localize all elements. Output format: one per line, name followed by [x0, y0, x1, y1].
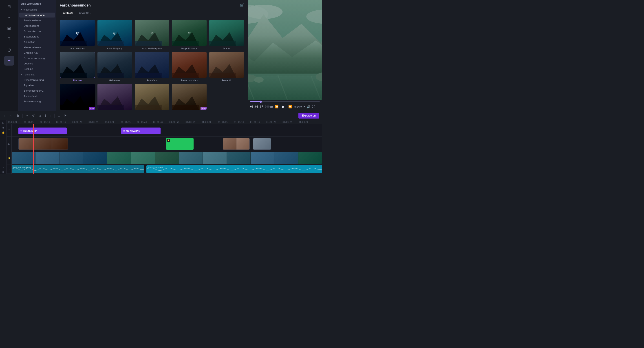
step-back-button[interactable]: ⏪ [275, 105, 278, 108]
time-current: 00:00:07 [250, 105, 263, 108]
sidebar: ⊞ ✂ ▣ T ◷ ✦ [0, 0, 18, 111]
play-button[interactable]: ▶ [280, 104, 286, 110]
section-toggle-video[interactable]: ▾ Videoschnitt [18, 7, 56, 12]
filter-geheimnis[interactable]: Geheimnis [97, 52, 132, 82]
audio-track-content: Bold_And_Young.mp3 Bright_Future.mp3 [12, 165, 322, 174]
tabs: Einfach Erweitert [60, 10, 244, 16]
svg-rect-5 [135, 41, 162, 46]
progress-bar[interactable] [250, 101, 320, 102]
playback-controls: ⏮ ⏪ ▶ ⏩ ⏭ [270, 104, 297, 110]
timeline-area: ↩ ↪ 🗑 ✂ ↺ ⊡ ℹ ≡ ⊞ ⚑ Exportieren ⊟ ◉ 🔒 ♪ … [0, 111, 322, 174]
skip-to-start-button[interactable]: ⏮ [270, 105, 273, 108]
cut-button[interactable]: ✂ [25, 113, 30, 118]
undo-button[interactable]: ↩ [3, 113, 7, 118]
tools-item-audioeffekte[interactable]: Audioeffekte [19, 94, 55, 98]
delete-button[interactable]: 🗑 [15, 113, 20, 118]
cart-icon[interactable]: 🛒 [240, 3, 244, 8]
tools-item-chroma[interactable]: Chroma-Key [19, 50, 55, 55]
redo-button[interactable]: ↪ [9, 113, 14, 118]
sidebar-icon-text[interactable]: T [4, 34, 14, 44]
upper-clip-group-3[interactable] [253, 138, 271, 150]
auto-contrast-icon: ◐ [76, 31, 79, 35]
grid-button[interactable]: ⊞ [57, 113, 61, 118]
controls-row: 00:00:07.500 ⏮ ⏪ ▶ ⏩ ⏭ 16:9 ▾ 🔊 ⛶ ⋯ [250, 104, 320, 110]
tools-item-szenenerkennung[interactable]: Szenenerkennung [19, 56, 55, 60]
timeline-ruler: 00:00:00 00:00:05 00:00:10 00:00:15 00:0… [7, 120, 322, 124]
vs-8 [179, 152, 203, 164]
section-toggle-ton[interactable]: ▾ Tonschnitt [18, 72, 56, 77]
filter-film-noir[interactable]: Film noir [60, 52, 95, 82]
vs-5 [107, 152, 131, 164]
music-icon[interactable]: ♪ [2, 165, 5, 169]
tools-item-ueberlagerung[interactable]: Überlagerung [19, 23, 55, 28]
sidebar-icon-cut[interactable]: ✂ [4, 12, 14, 22]
filter-auto-contrast[interactable]: ◐ Auto Kontrast [60, 20, 95, 50]
tools-item-farbanpassungen[interactable]: Farbanpassungen [19, 12, 55, 18]
filter-thriller[interactable]: NEW Thriller [60, 84, 95, 111]
tools-item-logotyp[interactable]: Logotyp [19, 61, 55, 66]
upper-clip-group-2[interactable] [223, 138, 250, 150]
filter-zeitreise[interactable]: NEW Zeitreise [172, 84, 207, 111]
tools-item-synchronisierung[interactable]: Synchronisierung [19, 78, 55, 82]
filter-auto-saturation[interactable]: ◎ Auto Sättigung [97, 20, 132, 50]
green-clip[interactable]: ⭐ [166, 138, 194, 150]
filter-vintage[interactable]: Vintage [134, 84, 170, 111]
fullscreen-button[interactable]: ⛶ [312, 105, 315, 108]
crop-button[interactable]: ⊡ [38, 113, 42, 118]
sidebar-icon-grid[interactable]: ⊞ [4, 2, 14, 12]
tools-item-stabilisierung[interactable]: Stabilisierung [19, 34, 55, 39]
ruler-mark-11: 00:00:55 [186, 121, 195, 123]
tools-item-hervorheben[interactable]: Hervorheben un... [19, 45, 55, 50]
settings-button[interactable]: ⋯ [317, 105, 320, 108]
filter-auto-wb[interactable]: ☀ Auto Weißabgleich [134, 20, 170, 50]
tools-item-zuschneiden[interactable]: Zuschneiden un... [19, 18, 55, 23]
filter-reise-mars[interactable]: Reise zum Mars [172, 52, 207, 82]
filter-grid: ◐ Auto Kontrast ◎ [60, 20, 244, 111]
magic-enhance-icon: ✏ [188, 31, 191, 35]
info-button[interactable]: ℹ [44, 113, 47, 118]
vs-12 [274, 152, 298, 164]
list-button[interactable]: ≡ [48, 113, 52, 118]
tools-panel: Alle Werkzeuge ▾ Videoschnitt Farbanpass… [18, 0, 56, 111]
sidebar-icon-layers[interactable]: ▣ [4, 23, 14, 33]
tools-item-schwenken[interactable]: Schwenken und ... [19, 29, 55, 34]
filter-vertraeumt[interactable]: Verträumt [97, 84, 132, 111]
filter-drama-label: Drama [223, 47, 230, 50]
skip-to-end-button[interactable]: ⏭ [294, 105, 297, 108]
svg-rect-11 [60, 73, 87, 78]
text-track-icon: T [8, 129, 10, 132]
sidebar-icon-clock[interactable]: ◷ [4, 45, 14, 55]
sidebar-icon-effects[interactable]: ✦ [4, 56, 14, 66]
adjust-icon[interactable]: ⊟ [2, 121, 5, 125]
audio-clip-1-label: Bold_And_Young.mp3 [13, 166, 31, 168]
tools-item-stoerung[interactable]: Störungsentfern... [19, 88, 55, 93]
text-clip-my-amazing[interactable]: Tt MY AMAZING [121, 128, 160, 134]
flag-button[interactable]: ⚑ [63, 113, 68, 118]
audio-clip-2[interactable]: Bright_Future.mp3 [146, 165, 322, 173]
upper-clip-group-1[interactable] [18, 138, 68, 150]
playhead[interactable] [33, 124, 34, 174]
filter-raumfahrt[interactable]: Raumfahrt [134, 52, 170, 82]
eye-icon-1[interactable]: ◉ [2, 126, 5, 130]
progress-handle[interactable] [260, 100, 262, 103]
export-button[interactable]: Exportieren [298, 113, 319, 118]
tools-item-takt[interactable]: Takterkennung [19, 99, 55, 104]
tools-item-equalizer[interactable]: Equalizer [19, 83, 55, 88]
text-track: T Tt FRIENDSHIP Tt MY AMAZING [7, 124, 322, 137]
audio-clip-1[interactable]: Bold_And_Young.mp3 [12, 165, 144, 173]
step-forward-button[interactable]: ⏩ [288, 105, 292, 108]
tools-item-animation[interactable]: Animation [19, 40, 55, 44]
volume-button[interactable]: 🔊 [307, 105, 310, 108]
main-video-strip[interactable] [12, 152, 322, 164]
tab-einfach[interactable]: Einfach [60, 10, 76, 16]
text-clip-friendship[interactable]: Tt FRIENDSHIP [18, 128, 67, 134]
eye-icon-2[interactable]: ◉ [2, 170, 5, 174]
tools-item-zeitlupe[interactable]: Zeitlupe [19, 66, 55, 72]
svg-rect-13 [98, 73, 124, 78]
filter-romantik[interactable]: Romantik [209, 52, 244, 82]
filter-magic-enhance[interactable]: ✏ Magic Enhance [172, 20, 207, 50]
lock-icon[interactable]: 🔒 [1, 130, 6, 134]
loop-button[interactable]: ↺ [31, 113, 36, 118]
filter-drama[interactable]: Drama [209, 20, 244, 50]
tab-erweitert[interactable]: Erweitert [76, 10, 94, 16]
